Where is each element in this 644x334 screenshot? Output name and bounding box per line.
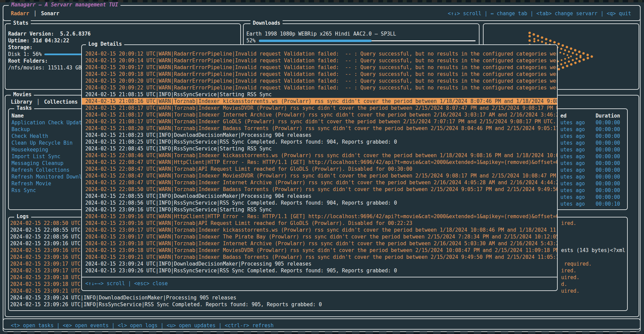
task-row[interactable]: Check Health	[12, 133, 81, 140]
task-exec-row[interactable]: utes ago00:00:00	[560, 126, 627, 133]
log-detail-row[interactable]: 2024-02-15 20:09:18 UTC|WARN|RadarrError…	[82, 71, 557, 78]
log-detail-row[interactable]: 2024-02-15 21:08:23 UTC|INFO|DownloadDec…	[82, 132, 557, 139]
log-detail-row[interactable]: 2024-02-15 22:08:46 UTC|WARN|Torznab|Ind…	[82, 152, 557, 159]
task-row[interactable]: Application Check Updat	[12, 119, 81, 126]
log-detail-row[interactable]: 2024-02-15 22:08:50 UTC|WARN|Torznab|Ind…	[82, 186, 557, 193]
version-value: 5.2.6.8376	[60, 31, 91, 37]
log-row-tail: uired.	[561, 288, 579, 294]
tab-library[interactable]: Library	[11, 99, 32, 105]
task-exec-row[interactable]: utes ago00:00:00	[560, 133, 627, 140]
log-row-tail: uired.	[561, 274, 579, 281]
tab-collections[interactable]: Collections	[44, 99, 77, 105]
task-row[interactable]: Clean Up Recycle Bin	[12, 140, 81, 146]
log-detail-row[interactable]: 2024-02-15 23:09:18 UTC|WARN|Torznab|Ind…	[82, 247, 557, 254]
log-row-tail: ests (143 bytes)<?xml ver	[561, 247, 626, 254]
log-detail-row[interactable]: 2024-02-15 22:08:47 UTC|WARN|Torznab|API…	[82, 166, 557, 172]
task-exec-row[interactable]: utes ago00:00:00	[560, 119, 627, 126]
task-row[interactable]: Refresh Collections	[12, 167, 81, 173]
header-panel: Managarr — A Servarr management TUI Rada…	[3, 5, 641, 21]
task-row[interactable]: Rss Sync	[12, 187, 81, 194]
task-exec-row[interactable]: utes ago00:00:00	[560, 180, 627, 187]
storage-label: Storage:	[8, 44, 32, 50]
task-exec-row[interactable]: utes ago00:00:10	[560, 201, 627, 207]
log-row-tail: required.	[561, 260, 592, 267]
logs-title: Logs	[14, 213, 31, 220]
app-title: Managarr — A Servarr management TUI	[9, 2, 120, 8]
log-detail-row[interactable]: 2024-02-15 22:08:47 UTC|WARN|Torznab|Ind…	[82, 172, 557, 179]
tab-radarr[interactable]: Radarr	[11, 10, 29, 17]
tasks-title: Tasks	[14, 105, 34, 111]
log-detail-row[interactable]: 2024-02-15 20:09:20 UTC|WARN|RadarrError…	[82, 78, 557, 84]
download-item-name[interactable]: Earth 1998 1080p WEBRip x265 Hindi AAC2.…	[246, 30, 475, 37]
log-detail-row[interactable]: 2024-02-15 21:08:20 UTC|WARN|Torznab|Ind…	[82, 125, 557, 132]
log-detail-row[interactable]: 2024-02-15 23:09:26 UTC|INFO|RssSyncServ…	[82, 267, 557, 274]
task-row[interactable]: Import List Sync	[12, 153, 81, 160]
log-row-tail: d.	[561, 281, 567, 288]
disk-usage-label: Disk 1: 56%	[8, 51, 42, 57]
tasks-name-list: Application Check UpdatBackupCheck Healt…	[12, 119, 81, 194]
task-exec-row[interactable]: utes ago00:00:00	[560, 160, 627, 167]
log-detail-row[interactable]: 2024-02-15 23:09:24 UTC|INFO|DownloadDec…	[82, 260, 557, 267]
header-shortcuts: <↑↓> scroll | ↔ change tab | <tab> chang…	[448, 10, 631, 17]
terminal-screen: Managarr — A Servarr management TUI Rada…	[0, 2, 644, 331]
log-detail-row[interactable]: 2024-02-15 22:08:47 UTC|WARN|HttpClient|…	[82, 159, 557, 166]
download-progress-fill	[259, 40, 372, 42]
task-row[interactable]: Messaging Cleanup	[12, 160, 81, 167]
task-exec-row[interactable]: utes ago00:00:00	[560, 194, 627, 201]
tab-separator: │	[34, 10, 37, 17]
task-row[interactable]: Refresh Movie	[12, 180, 81, 187]
log-detail-row[interactable]: 2024-02-15 23:09:16 UTC|WARN|HttpClient|…	[82, 213, 557, 220]
servarr-tabs: Radarr │ Sonarr	[11, 10, 59, 17]
log-detail-row[interactable]: 2024-02-15 21:08:17 UTC|WARN|Torznab|Ind…	[82, 105, 557, 111]
task-row[interactable]: Backup	[12, 126, 81, 133]
log-detail-row[interactable]: 2024-02-15 22:08:47 UTC|WARN|Torznab|Ind…	[82, 179, 557, 186]
log-detail-row[interactable]: 2024-02-15 23:09:16 UTC|WARN|Torznab|API…	[82, 220, 557, 227]
task-exec-row[interactable]: utes ago00:00:00	[560, 187, 627, 194]
log-detail-row[interactable]: 2024-02-15 23:09:16 UTC|INFO|RssSyncServ…	[82, 206, 557, 213]
managarr-tui: { "app": { "title": "Managarr — A Servar…	[0, 0, 644, 334]
log-detail-row[interactable]: 2024-02-15 22:08:45 UTC|INFO|RssSyncServ…	[82, 145, 557, 152]
log-detail-row[interactable]: 2024-02-15 23:09:18 UTC|WARN|Torznab|Ind…	[82, 240, 557, 247]
tasks-exec-duration-list: utes ago00:00:00utes ago00:00:00utes ago…	[560, 119, 627, 207]
task-row[interactable]: Housekeeping	[12, 146, 81, 153]
task-row[interactable]: Refresh Monitored Downl	[12, 173, 81, 180]
log-detail-row[interactable]: 2024-02-15 22:08:56 UTC|INFO|RssSyncServ…	[82, 200, 557, 206]
disk-usage-gauge	[44, 54, 84, 55]
task-exec-row[interactable]: utes ago00:00:00	[560, 173, 627, 180]
log-detail-row[interactable]: 2024-02-15 23:09:17 UTC|WARN|Torznab|Ind…	[82, 227, 557, 233]
stats-title: Stats	[11, 20, 31, 26]
bottom-shortcuts: <t> open tasks | <e> open events | <l> o…	[11, 322, 274, 329]
log-detail-row[interactable]: 2024-02-15 21:08:16 UTC|WARN|Torznab|Ind…	[82, 98, 557, 105]
log-details-list: 2024-02-15 20:09:12 UTC|WARN|RadarrError…	[82, 50, 557, 274]
log-detail-row[interactable]: 2024-02-15 21:08:25 UTC|INFO|RssSyncServ…	[82, 139, 557, 145]
movies-tabs: Library │ Collections │	[11, 99, 85, 105]
download-progress-rest	[372, 40, 475, 41]
log-detail-row[interactable]: 2024-02-15 23:09:17 UTC|WARN|Torznab|Ind…	[82, 233, 557, 240]
task-exec-row[interactable]: utes ago00:00:00	[560, 153, 627, 160]
log-detail-row[interactable]: 2024-02-15 23:09:21 UTC|WARN|Torznab|Ind…	[82, 254, 557, 260]
log-row[interactable]: 2024-02-15 23:09:24 UTC|INFO|DownloadDec…	[10, 294, 626, 301]
movies-tab-separator: │	[37, 99, 40, 105]
log-detail-row[interactable]: 2024-02-15 21:08:17 UTC|WARN|Torznab|Ind…	[82, 118, 557, 125]
root-folders-label: Root Folders:	[8, 58, 48, 64]
log-detail-row[interactable]: 2024-02-15 22:08:55 UTC|INFO|DownloadDec…	[82, 193, 557, 200]
movies-title: Movies	[11, 91, 34, 98]
uptime-value: 31d 04:32:22	[32, 38, 69, 44]
log-detail-row[interactable]: 2024-02-15 21:08:15 UTC|INFO|RssSyncServ…	[82, 91, 557, 98]
log-detail-row[interactable]: 2024-02-15 20:09:12 UTC|WARN|RadarrError…	[82, 50, 557, 57]
uptime-label: Uptime:	[8, 38, 29, 44]
log-detail-row[interactable]: 2024-02-15 20:09:22 UTC|WARN|RadarrError…	[82, 84, 557, 91]
bottom-bar: <t> open tasks | <e> open events | <l> o…	[3, 318, 641, 332]
tasks-executed-header: ed	[560, 112, 567, 119]
tab-sonarr[interactable]: Sonarr	[41, 10, 59, 17]
task-exec-row[interactable]: utes ago00:00:00	[560, 140, 627, 146]
log-details-title: Log Details	[86, 41, 124, 47]
log-detail-row[interactable]: 2024-02-15 21:08:17 UTC|WARN|Torznab|Ind…	[82, 111, 557, 118]
version-label: Radarr Version:	[8, 31, 54, 37]
log-detail-row[interactable]: 2024-02-15 20:09:17 UTC|WARN|RadarrError…	[82, 64, 557, 71]
log-detail-row[interactable]: 2024-02-15 20:09:14 UTC|WARN|RadarrError…	[82, 57, 557, 64]
task-exec-row[interactable]: utes ago00:00:00	[560, 146, 627, 153]
download-progress: 52%	[246, 37, 475, 44]
task-exec-row[interactable]: utes ago00:00:00	[560, 167, 627, 173]
log-row[interactable]: 2024-02-15 23:09:26 UTC|INFO|RssSyncServ…	[10, 301, 626, 308]
